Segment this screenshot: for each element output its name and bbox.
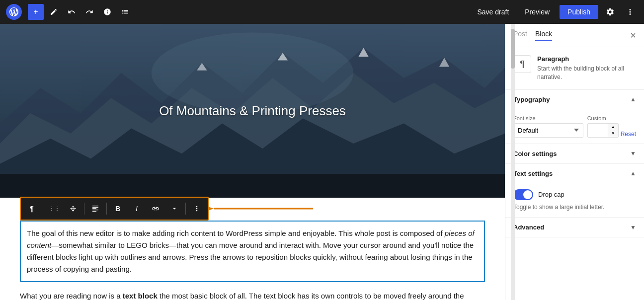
text-settings-section: Text settings ▲ Drop cap Toggle to show … xyxy=(505,164,644,218)
custom-size-input[interactable] xyxy=(588,124,608,137)
para-bold: text block xyxy=(123,292,158,300)
typography-content: Font size Default Custom ▲ xyxy=(505,109,644,144)
scroll-thumb[interactable] xyxy=(511,29,515,69)
spin-up-button[interactable]: ▲ xyxy=(608,124,618,130)
scroll-track xyxy=(511,24,515,300)
advanced-label: Advanced xyxy=(513,224,544,231)
typography-label: Typography xyxy=(513,96,550,103)
tab-block[interactable]: Block xyxy=(535,30,552,41)
more-options-button[interactable] xyxy=(622,4,638,20)
color-settings-header[interactable]: Color settings ▼ xyxy=(505,144,644,163)
block-options-button[interactable] xyxy=(188,200,206,218)
custom-size-group: Custom ▲ ▼ Reset xyxy=(587,115,636,138)
sidebar-close-button[interactable]: × xyxy=(630,30,636,40)
spin-down-button[interactable]: ▼ xyxy=(608,130,618,137)
color-settings-chevron: ▼ xyxy=(630,150,636,157)
preview-button[interactable]: Preview xyxy=(519,6,556,18)
drop-cap-toggle[interactable] xyxy=(513,189,533,200)
info-button[interactable] xyxy=(99,4,115,20)
text-settings-chevron-up: ▲ xyxy=(630,170,636,177)
text-settings-label: Text settings xyxy=(513,170,553,177)
advanced-section: Advanced ▼ xyxy=(505,218,644,237)
more-dropdown-button[interactable] xyxy=(165,200,183,218)
move-button[interactable] xyxy=(64,200,82,218)
drag-icon: ⋮⋮ xyxy=(49,206,60,211)
wordpress-logo[interactable] xyxy=(6,4,22,20)
custom-input-wrap: ▲ ▼ xyxy=(587,123,619,138)
hero-title: Of Mountains & Printing Presses xyxy=(159,103,346,119)
drop-cap-description: Toggle to show a large initial letter. xyxy=(513,203,636,212)
undo-button[interactable] xyxy=(64,4,80,20)
normal-paragraph[interactable]: What you are reading now is a text block… xyxy=(20,290,485,300)
paragraph-type-button[interactable]: ¶ xyxy=(23,200,41,218)
custom-label: Custom xyxy=(587,115,619,121)
font-size-select[interactable]: Default xyxy=(513,123,583,138)
hero-image-block[interactable]: Of Mountains & Printing Presses xyxy=(0,24,505,198)
typography-section: Typography ▲ Font size Default Custom xyxy=(505,90,644,144)
text-settings-content: Drop cap Toggle to show a large initial … xyxy=(505,183,644,218)
paragraph-text-2: —somewhat similar to LEGO bricks—that yo… xyxy=(27,241,474,273)
color-settings-section: Color settings ▼ xyxy=(505,144,644,164)
advanced-section-header[interactable]: Advanced ▼ xyxy=(505,218,644,237)
svg-point-9 xyxy=(152,33,353,114)
font-size-group: Font size Default xyxy=(513,115,583,138)
reset-font-size-button[interactable]: Reset xyxy=(621,131,636,138)
drag-button[interactable]: ⋮⋮ xyxy=(45,200,63,218)
sidebar: Post Block × ¶ Paragraph Start with the … xyxy=(505,24,644,300)
add-block-button[interactable]: + xyxy=(28,4,44,20)
edit-button[interactable] xyxy=(46,4,62,20)
top-toolbar: + Save draft Preview Publish xyxy=(0,0,644,24)
selected-paragraph-block[interactable]: The goal of this new editor is to make a… xyxy=(20,221,485,282)
block-toolbar: ¶ ⋮⋮ B xyxy=(20,197,209,221)
toolbar-divider-2 xyxy=(84,203,84,215)
toolbar-divider-1 xyxy=(43,203,43,215)
font-size-label: Font size xyxy=(513,115,583,121)
paragraph-text: The goal of this new editor is to make a… xyxy=(27,229,445,237)
drop-cap-label: Drop cap xyxy=(538,191,564,198)
editor-area[interactable]: Of Mountains & Printing Presses ¶ ⋮⋮ xyxy=(0,24,505,300)
arrow-decoration xyxy=(209,201,318,216)
text-settings-header[interactable]: Text settings ▲ xyxy=(505,164,644,183)
bold-button[interactable]: B xyxy=(109,200,127,218)
save-draft-button[interactable]: Save draft xyxy=(471,6,515,18)
advanced-chevron: ▼ xyxy=(630,224,636,231)
toolbar-right: Save draft Preview Publish xyxy=(471,4,638,20)
toolbar-divider-3 xyxy=(106,203,107,215)
tab-post[interactable]: Post xyxy=(513,30,527,41)
redo-button[interactable] xyxy=(81,4,97,20)
typography-section-header[interactable]: Typography ▲ xyxy=(505,90,644,109)
italic-button[interactable]: I xyxy=(128,200,146,218)
align-button[interactable] xyxy=(86,200,104,218)
sidebar-tabs: Post Block xyxy=(513,30,552,41)
block-icon: ¶ xyxy=(513,55,531,73)
color-settings-label: Color settings xyxy=(513,150,557,157)
link-button[interactable] xyxy=(147,200,164,218)
drop-cap-row: Drop cap xyxy=(513,189,636,200)
paragraph-icon: ¶ xyxy=(30,205,34,213)
list-view-button[interactable] xyxy=(117,4,133,20)
custom-spinners: ▲ ▼ xyxy=(608,124,618,137)
main-layout: Of Mountains & Printing Presses ¶ ⋮⋮ xyxy=(0,24,644,300)
block-description: Start with the building block of all nar… xyxy=(537,65,636,81)
font-size-row: Font size Default Custom ▲ xyxy=(513,115,636,138)
typography-chevron-up: ▲ xyxy=(630,96,636,103)
toolbar-divider-4 xyxy=(185,203,186,215)
svg-rect-4 xyxy=(0,174,505,198)
block-info-text: Paragraph Start with the building block … xyxy=(537,55,636,81)
para-text-before: What you are reading now is a xyxy=(20,292,123,300)
sidebar-header: Post Block × xyxy=(505,24,644,47)
publish-button[interactable]: Publish xyxy=(560,5,598,19)
settings-button[interactable] xyxy=(602,4,618,20)
block-info: ¶ Paragraph Start with the building bloc… xyxy=(505,47,644,90)
block-name: Paragraph xyxy=(537,55,636,63)
block-toolbar-wrapper: ¶ ⋮⋮ B xyxy=(20,197,485,221)
